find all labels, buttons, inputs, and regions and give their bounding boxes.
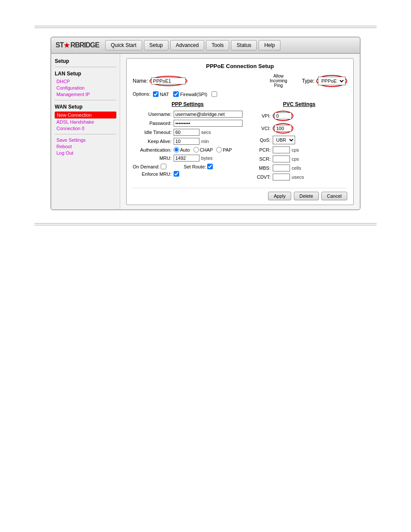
status-button[interactable]: Status <box>231 40 257 50</box>
vpi-label: VPI: <box>251 113 271 118</box>
nat-checkbox-item: NAT <box>153 91 169 97</box>
sidebar-link-log-out[interactable]: Log Out <box>55 150 116 156</box>
bottom-line-2 <box>34 225 377 225</box>
ppp-settings-col: PPP Settings Username: Password: Idle Ti <box>133 101 243 183</box>
sidebar-setup-title: Setup <box>55 58 116 64</box>
type-field-group: Type: PPPoE PPPoA Bridge <box>302 75 347 87</box>
sidebar-link-management-ip[interactable]: Management IP <box>55 91 116 97</box>
setup-button[interactable]: Setup <box>144 40 168 50</box>
auth-chap-radio[interactable] <box>193 147 199 152</box>
auth-chap-item: CHAP <box>193 147 213 152</box>
sidebar-link-save-settings[interactable]: Save Settings <box>55 137 116 143</box>
page-wrapper: ST ★ RBRIDGE Quick Start Setup Advanced … <box>0 0 411 260</box>
password-row: Password: <box>133 120 243 127</box>
set-route-checkbox[interactable] <box>207 164 213 169</box>
on-demand-enforce-row: On Demand: Set Route: <box>133 164 243 169</box>
authentication-label: Authentication: <box>133 147 171 152</box>
options-row: Options: NAT Firewall(SPI) <box>133 91 347 97</box>
pcr-unit: cps <box>292 147 299 152</box>
set-route-label: Set Route: <box>184 164 206 169</box>
sidebar-wan-title: WAN Setup <box>55 104 116 110</box>
nat-label: NAT <box>160 92 169 97</box>
pcr-label: PCR: <box>251 147 271 152</box>
cdvt-input[interactable] <box>273 174 290 180</box>
nav-bar: ST ★ RBRIDGE Quick Start Setup Advanced … <box>51 37 360 54</box>
sidebar-link-connection-0[interactable]: Connection 0 <box>55 125 116 131</box>
pcr-input[interactable] <box>273 146 290 153</box>
username-input[interactable] <box>174 111 243 118</box>
auth-auto-radio[interactable] <box>174 147 179 152</box>
pvc-settings-title: PVC Settings <box>251 101 347 107</box>
firewall-label: Firewall(SPI) <box>180 92 207 97</box>
vci-input[interactable] <box>274 125 292 132</box>
bottom-line-1 <box>34 223 377 224</box>
type-select[interactable]: PPPoE PPPoA Bridge <box>318 77 346 85</box>
idle-timeout-input[interactable] <box>174 129 199 136</box>
sidebar-lan-title: LAN Setup <box>55 71 116 77</box>
allow-incoming-checkbox[interactable] <box>212 91 217 97</box>
type-label: Type: <box>302 78 314 84</box>
vci-label: VCI: <box>251 126 271 131</box>
cancel-button[interactable]: Cancel <box>321 192 347 200</box>
allow-type-group: Allow Incoming Ping Type: PPPoE PPPoA <box>270 74 347 88</box>
ping-label: Ping <box>274 83 283 88</box>
logo: ST ★ RBRIDGE <box>56 40 99 50</box>
sidebar-link-new-connection[interactable]: New Connection <box>55 112 116 118</box>
sidebar-link-reboot[interactable]: Reboot <box>55 143 116 149</box>
qos-label: QoS: <box>251 137 271 143</box>
sidebar-link-configuration[interactable]: Configuration <box>55 85 116 91</box>
mru-unit: bytes <box>201 156 212 161</box>
nat-checkbox[interactable] <box>153 91 159 97</box>
auth-pap-label: PAP <box>223 147 232 152</box>
firewall-checkbox[interactable] <box>173 91 179 97</box>
panel-title: PPPoE Connection Setup <box>133 63 347 69</box>
tools-button[interactable]: Tools <box>206 40 229 50</box>
sidebar-link-adsl-handshake[interactable]: ADSL Handshake <box>55 119 116 125</box>
mru-input[interactable] <box>174 155 199 162</box>
vpi-input-wrapper <box>273 111 293 121</box>
qos-select[interactable]: UBR CBR VBR <box>273 136 295 144</box>
options-label: Options: <box>133 91 150 96</box>
password-label: Password: <box>133 121 171 126</box>
password-input[interactable] <box>174 120 243 127</box>
name-input[interactable] <box>151 78 186 84</box>
keep-alive-input[interactable] <box>174 138 199 145</box>
sidebar: Setup LAN Setup DHCP Configuration Manag… <box>51 54 120 209</box>
auth-pap-radio[interactable] <box>216 147 222 152</box>
vpi-input[interactable] <box>274 112 292 119</box>
mbs-unit: cells <box>292 165 301 171</box>
advanced-button[interactable]: Advanced <box>170 40 204 50</box>
sidebar-link-dhcp[interactable]: DHCP <box>55 78 116 84</box>
keep-alive-row: Keep Alive: min <box>133 138 243 145</box>
apply-button[interactable]: Apply <box>268 192 291 200</box>
top-line-1 <box>34 26 377 26</box>
authentication-row: Authentication: Auto CHAP <box>133 147 243 152</box>
action-buttons: Apply Delete Cancel <box>133 188 347 200</box>
allow-incoming-group: Allow Incoming Ping <box>270 74 287 88</box>
auth-chap-label: CHAP <box>200 147 213 152</box>
scr-input[interactable] <box>273 156 290 162</box>
mru-row: MRU: bytes <box>133 155 243 162</box>
auth-auto-item: Auto <box>174 147 190 152</box>
enforce-mru-checkbox[interactable] <box>174 171 179 177</box>
main-content: Setup LAN Setup DHCP Configuration Manag… <box>51 54 360 209</box>
enforce-mru-row: Enforce MRU: <box>133 171 243 177</box>
idle-timeout-label: Idle Timeout: <box>133 130 171 135</box>
mbs-input[interactable] <box>273 165 290 171</box>
quick-start-button[interactable]: Quick Start <box>105 40 142 50</box>
name-field-group: Name: <box>133 76 187 86</box>
qos-row: QoS: UBR CBR VBR <box>251 136 347 144</box>
enforce-mru-label: Enforce MRU: <box>133 171 171 177</box>
keep-alive-unit: min <box>201 139 209 144</box>
idle-timeout-unit: secs <box>201 130 211 135</box>
bottom-lines <box>34 223 377 225</box>
name-type-row: Name: Allow Incoming Ping <box>133 74 347 88</box>
keep-alive-label: Keep Alive: <box>133 139 171 144</box>
on-demand-checkbox[interactable] <box>161 164 166 169</box>
delete-button[interactable]: Delete <box>294 192 319 200</box>
allow-incoming-checkbox-item <box>212 91 217 97</box>
help-button[interactable]: Help <box>258 40 280 50</box>
router-ui: ST ★ RBRIDGE Quick Start Setup Advanced … <box>50 37 361 210</box>
pvc-settings-col: PVC Settings VPI: VCI: <box>251 101 347 183</box>
mbs-row: MBS: cells <box>251 165 347 171</box>
